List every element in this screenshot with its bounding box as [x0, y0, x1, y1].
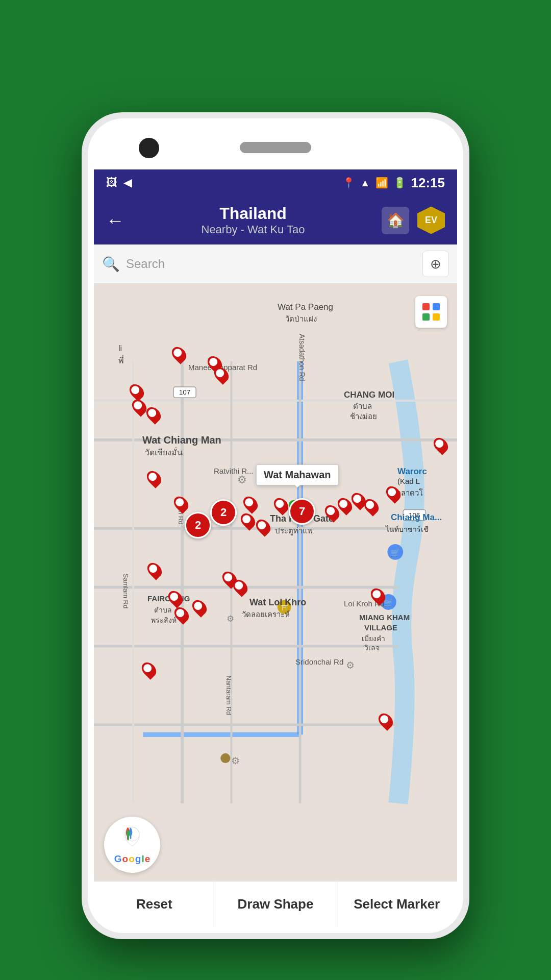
reset-button[interactable]: Reset — [94, 881, 215, 927]
select-marker-button[interactable]: Select Marker — [336, 881, 457, 927]
signal-icon: 📶 — [375, 177, 388, 189]
map-pin-icon — [121, 825, 143, 851]
google-text: Google — [114, 853, 150, 865]
draw-shape-label: Draw Shape — [238, 896, 314, 912]
home-button[interactable]: 🏠 — [382, 207, 409, 234]
app-bar-title: Thailand Nearby - Wat Ku Tao — [124, 204, 382, 236]
location-icon: 📍 — [342, 177, 355, 189]
google-logo: Google — [104, 817, 160, 873]
cluster-2a[interactable]: 2 — [210, 499, 237, 526]
app-title-sub: Nearby - Wat Ku Tao — [124, 223, 382, 236]
battery-icon: 🔋 — [393, 177, 406, 189]
ev-badge[interactable]: EV — [417, 207, 445, 234]
app-bar: ← Thailand Nearby - Wat Ku Tao 🏠 EV — [94, 196, 457, 244]
svg-text:⚙: ⚙ — [237, 474, 247, 485]
svg-text:⚙: ⚙ — [231, 755, 240, 766]
wifi-icon: ▲ — [360, 177, 370, 189]
back-button[interactable]: ← — [106, 210, 124, 231]
map-area[interactable]: 107 106 🛒 🛒 ⚙ ⚙ ⚙ ⚙ — [94, 284, 457, 881]
nav-icon: ◀ — [123, 176, 132, 189]
screen: 🖼 ◀ 📍 ▲ 📶 🔋 12:15 ← Thailand Nearby - Wa… — [94, 169, 457, 927]
svg-text:⚙: ⚙ — [227, 614, 234, 624]
cluster-7[interactable]: 7 — [289, 498, 315, 525]
phone-frame: 🖼 ◀ 📍 ▲ 📶 🔋 12:15 ← Thailand Nearby - Wa… — [82, 112, 469, 939]
status-bar: 🖼 ◀ 📍 ▲ 📶 🔋 12:15 — [94, 169, 457, 196]
reset-label: Reset — [136, 896, 172, 912]
draw-shape-button[interactable]: Draw Shape — [215, 881, 337, 927]
map-svg: 107 106 🛒 🛒 ⚙ ⚙ ⚙ ⚙ — [94, 284, 457, 881]
camera — [139, 138, 159, 158]
cluster-2b[interactable]: 2 — [185, 512, 211, 538]
search-input[interactable]: Search — [126, 257, 416, 271]
crosshair-icon: ⊕ — [430, 256, 441, 272]
svg-point-25 — [220, 753, 230, 763]
home-icon: 🏠 — [387, 212, 405, 229]
svg-text:⚙: ⚙ — [346, 660, 355, 671]
status-time: 12:15 — [411, 175, 445, 191]
search-icon: 🔍 — [102, 256, 120, 273]
layers-button[interactable] — [415, 296, 447, 328]
photo-icon: 🖼 — [106, 176, 117, 189]
select-marker-label: Select Marker — [354, 896, 440, 912]
search-bar[interactable]: 🔍 Search ⊕ — [94, 244, 457, 284]
speaker — [240, 142, 311, 153]
svg-text:🛒: 🛒 — [390, 548, 400, 557]
app-title-main: Thailand — [124, 204, 382, 223]
svg-text:107: 107 — [179, 388, 190, 396]
svg-text:⛩: ⛩ — [281, 604, 288, 612]
ev-label: EV — [425, 215, 437, 226]
bottom-toolbar: Reset Draw Shape Select Marker — [94, 881, 457, 927]
location-button[interactable]: ⊕ — [422, 251, 449, 277]
svg-text:106: 106 — [409, 511, 420, 519]
